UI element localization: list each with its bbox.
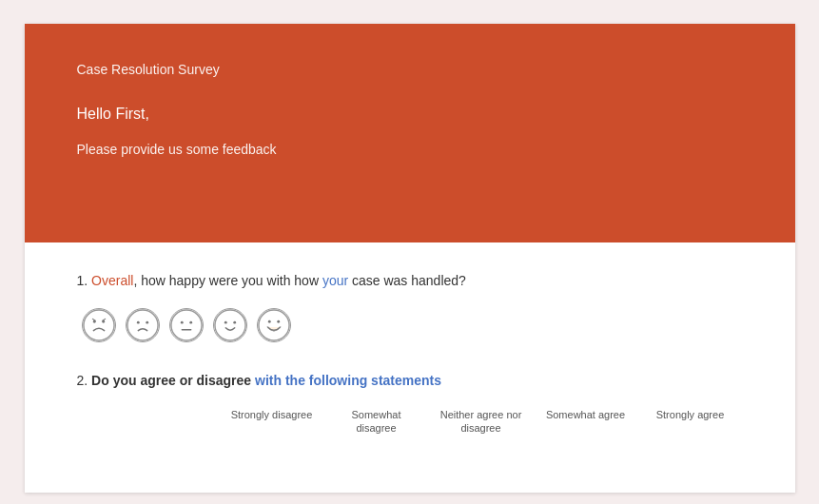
- scale-label-somewhat-disagree: Somewhatdisagree: [352, 409, 401, 434]
- scale-label-neither: Neither agree nordisagree: [440, 409, 522, 434]
- scale-col-somewhat-disagree: Somewhatdisagree: [324, 408, 429, 436]
- q2-highlight-with: with the following statements: [255, 373, 441, 388]
- svg-point-15: [277, 320, 280, 323]
- scale-label-strongly-agree: Strongly agree: [656, 409, 725, 420]
- q1-text-1: , how happy were you with how: [133, 273, 322, 288]
- scale-header-container: Strongly disagree Somewhatdisagree Neith…: [77, 408, 743, 436]
- very-sad-icon: [83, 309, 115, 341]
- neutral-icon: [170, 309, 203, 341]
- scale-col-strongly-disagree: Strongly disagree: [220, 408, 324, 436]
- question-1-text: 1. Overall, how happy were you with how …: [77, 271, 743, 291]
- q1-number: 1.: [77, 273, 92, 288]
- q1-text-2: case was handled?: [348, 273, 466, 288]
- svg-point-0: [83, 310, 113, 340]
- svg-point-3: [127, 310, 157, 340]
- survey-card: Case Resolution Survey Hello First, Plea…: [25, 24, 795, 493]
- svg-point-5: [146, 321, 148, 324]
- emoji-happy[interactable]: [213, 308, 247, 342]
- svg-point-4: [136, 321, 139, 324]
- q2-strong-text: Do you agree or disagree with the follow…: [91, 373, 441, 388]
- svg-point-6: [170, 310, 201, 340]
- svg-point-14: [267, 320, 270, 323]
- emoji-very-happy[interactable]: [257, 308, 291, 342]
- happy-icon: [214, 309, 246, 341]
- emoji-neutral[interactable]: [169, 308, 204, 342]
- svg-point-7: [180, 321, 183, 324]
- svg-point-11: [224, 321, 226, 324]
- sad-icon: [127, 309, 159, 341]
- scale-col-neither: Neither agree nordisagree: [429, 408, 534, 436]
- survey-title: Case Resolution Survey: [77, 62, 743, 77]
- question-2-block: 2. Do you agree or disagree with the fol…: [77, 371, 743, 436]
- survey-body: 1. Overall, how happy were you with how …: [25, 242, 795, 493]
- survey-subtitle: Please provide us some feedback: [77, 142, 743, 157]
- question-2-text: 2. Do you agree or disagree with the fol…: [77, 371, 743, 391]
- emoji-row: [77, 308, 743, 342]
- q1-highlight-overall: Overall: [91, 273, 133, 288]
- emoji-very-sad[interactable]: [82, 308, 116, 342]
- q1-highlight-your: your: [322, 273, 348, 288]
- scale-col-somewhat-agree: Somewhat agree: [534, 408, 638, 436]
- survey-header: Case Resolution Survey Hello First, Plea…: [25, 24, 795, 242]
- scale-columns: Strongly disagree Somewhatdisagree Neith…: [220, 408, 743, 436]
- q2-number: 2.: [77, 373, 92, 388]
- svg-point-8: [189, 321, 192, 324]
- scale-label-strongly-disagree: Strongly disagree: [231, 409, 313, 420]
- page-wrapper: Case Resolution Survey Hello First, Plea…: [0, 0, 819, 504]
- svg-point-13: [258, 310, 288, 340]
- svg-point-10: [214, 310, 244, 340]
- svg-point-12: [233, 321, 236, 324]
- very-happy-icon: [258, 309, 290, 341]
- question-1-block: 1. Overall, how happy were you with how …: [77, 271, 743, 342]
- scale-label-somewhat-agree: Somewhat agree: [546, 409, 625, 420]
- survey-greeting: Hello First,: [77, 106, 743, 123]
- emoji-sad[interactable]: [126, 308, 160, 342]
- scale-col-strongly-agree: Strongly agree: [638, 408, 743, 436]
